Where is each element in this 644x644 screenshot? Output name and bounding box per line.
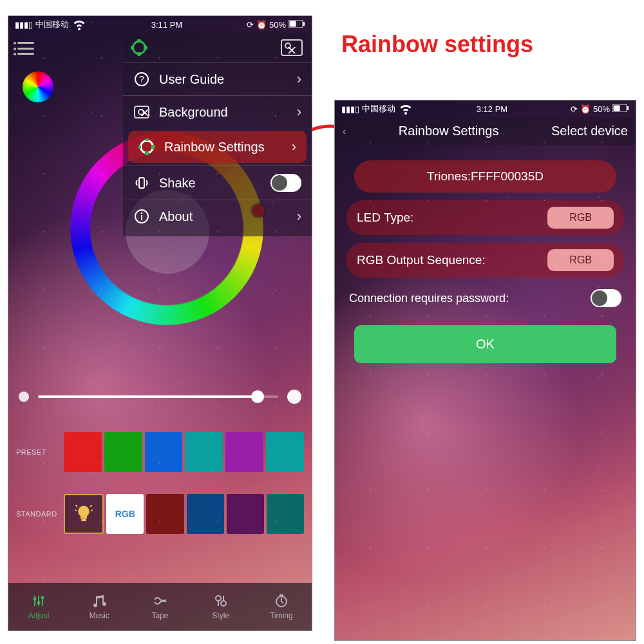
status-bar: ▮▮▮▯ 中国移动 3:12 PM ⟳ ⏰ 50% <box>335 100 636 117</box>
signal-icon: ▮▮▮▯ <box>341 104 359 114</box>
menu-item-label: About <box>159 209 288 224</box>
menu-item-label: Background <box>159 105 288 120</box>
carrier-label: 中国移动 <box>35 19 69 30</box>
battery-label: 50% <box>269 20 286 30</box>
svg-point-16 <box>41 596 44 600</box>
signal-icon: ▮▮▮▯ <box>15 20 33 30</box>
wifi-icon <box>71 16 87 33</box>
menu-item-label: Shake <box>159 176 261 191</box>
preset-row: PRESET <box>8 426 312 478</box>
preset-swatch[interactable] <box>266 432 304 472</box>
connection-password-toggle[interactable] <box>591 289 621 307</box>
music-icon <box>91 593 107 609</box>
gear-icon <box>138 140 155 154</box>
menu-item-about[interactable]: About › <box>123 200 312 232</box>
tab-label: Music <box>90 611 109 620</box>
timing-icon <box>274 593 289 609</box>
bottom-tabs: AdjustMusicTapeStyleTiming <box>8 583 312 630</box>
tab-timing[interactable]: Timing <box>251 583 312 630</box>
color-wheel-thumbnail[interactable] <box>23 71 53 102</box>
gear-icon[interactable] <box>132 41 146 55</box>
preset-swatch[interactable] <box>185 432 223 472</box>
clock-label: 3:12 PM <box>477 104 507 114</box>
tab-label: Timing <box>270 611 293 620</box>
rainbow-settings-header: ‹ Rainbow Settings Select device <box>335 117 636 145</box>
menu-item-background[interactable]: Background › <box>123 95 312 128</box>
orientation-lock-icon: ⟳ <box>571 104 578 114</box>
menu-icon[interactable] <box>17 42 34 55</box>
preset-swatch[interactable] <box>145 432 183 472</box>
svg-text:?: ? <box>139 74 144 84</box>
sun-small-icon <box>19 392 29 402</box>
standard-swatch[interactable] <box>267 494 304 534</box>
svg-point-14 <box>33 598 37 601</box>
preset-label: PRESET <box>16 448 57 456</box>
preset-swatch[interactable] <box>64 432 102 472</box>
svg-rect-20 <box>627 106 629 110</box>
phone-rainbow-settings-screen: ▮▮▮▯ 中国移动 3:12 PM ⟳ ⏰ 50% ‹ Rainbow Sett… <box>334 100 636 641</box>
phone-adjust-screen: ▮▮▮▯ 中国移动 3:11 PM ⟳ ⏰ 50% ? <box>8 15 312 631</box>
style-icon <box>213 593 229 609</box>
svg-rect-12 <box>141 215 142 220</box>
tape-icon <box>153 593 168 609</box>
preset-swatch[interactable] <box>104 432 142 472</box>
menu-item-label: User Guide <box>159 72 288 87</box>
menu-item-user-guide[interactable]: ? User Guide › <box>123 62 312 95</box>
battery-label: 50% <box>593 104 610 114</box>
preset-swatch[interactable] <box>225 432 263 472</box>
chevron-right-icon: › <box>297 104 301 120</box>
status-bar: ▮▮▮▯ 中国移动 3:11 PM ⟳ ⏰ 50% <box>8 16 312 33</box>
brightness-slider[interactable] <box>38 395 278 398</box>
back-icon[interactable]: ‹ <box>343 126 346 137</box>
led-type-value[interactable]: RGB <box>547 207 614 229</box>
rgb-sequence-row: RGB Output Sequence: RGB <box>346 243 624 278</box>
standard-label: STANDARD <box>16 510 57 518</box>
chevron-right-icon: › <box>297 208 301 225</box>
sun-large-icon <box>287 390 301 404</box>
connection-password-row: Connection requires password: <box>349 289 621 307</box>
menu-item-shake[interactable]: Shake <box>123 166 312 200</box>
chevron-right-icon: › <box>297 71 301 88</box>
tab-adjust[interactable]: Adjust <box>8 583 69 630</box>
clock-label: 3:11 PM <box>151 20 182 30</box>
info-icon <box>133 209 150 224</box>
standard-rgb-swatch[interactable]: RGB <box>106 494 144 534</box>
rgb-sequence-label: RGB Output Sequence: <box>357 253 486 267</box>
svg-point-15 <box>37 601 41 605</box>
tab-tape[interactable]: Tape <box>129 583 190 630</box>
svg-rect-13 <box>81 519 86 522</box>
standard-swatch[interactable] <box>187 494 224 534</box>
svg-rect-6 <box>303 22 305 26</box>
photo-icon[interactable] <box>281 39 303 56</box>
svg-point-11 <box>141 213 143 214</box>
ok-button[interactable]: OK <box>354 325 616 363</box>
rgb-sequence-value[interactable]: RGB <box>547 249 614 271</box>
tab-label: Tape <box>151 611 168 620</box>
battery-icon <box>289 20 305 30</box>
menu-item-rainbow-settings[interactable]: Rainbow Settings › <box>128 131 307 163</box>
shake-icon <box>133 175 150 191</box>
question-icon: ? <box>133 71 150 87</box>
tab-style[interactable]: Style <box>191 583 251 630</box>
alarm-icon: ⏰ <box>256 20 267 30</box>
shake-toggle[interactable] <box>270 174 301 192</box>
settings-dropdown: ? User Guide › Background › Rainbow Sett… <box>123 33 312 236</box>
tab-label: Style <box>212 611 229 620</box>
svg-rect-9 <box>139 178 144 188</box>
led-type-label: LED Type: <box>357 211 413 225</box>
alarm-icon: ⏰ <box>580 104 591 114</box>
tab-music[interactable]: Music <box>69 583 129 630</box>
standard-row: STANDARD RGB <box>8 488 312 540</box>
connection-password-label: Connection requires password: <box>349 292 509 305</box>
standard-swatch[interactable] <box>146 494 184 534</box>
page-title: Rainbow Settings <box>399 124 499 138</box>
standard-swatch[interactable] <box>227 494 264 534</box>
svg-rect-19 <box>613 105 620 111</box>
led-type-row: LED Type: RGB <box>346 200 624 235</box>
select-device-button[interactable]: Select device <box>551 124 628 138</box>
device-name-pill[interactable]: Triones:FFFF00035D <box>354 160 616 193</box>
standard-bulb-swatch[interactable] <box>64 494 104 534</box>
tab-label: Adjust <box>28 611 49 620</box>
carrier-label: 中国移动 <box>362 103 395 115</box>
svg-rect-5 <box>289 21 296 26</box>
